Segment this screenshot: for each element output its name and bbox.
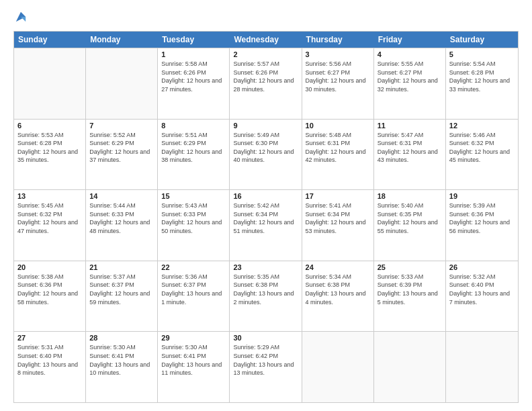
header-day-sunday: Sunday [14,32,86,48]
calendar-header: SundayMondayTuesdayWednesdayThursdayFrid… [14,32,518,48]
day-number: 28 [89,334,154,342]
calendar-cell: 16Sunrise: 5:42 AMSunset: 6:34 PMDayligh… [230,190,302,261]
day-info: Sunrise: 5:53 AMSunset: 6:28 PMDaylight:… [17,131,82,165]
calendar-cell: 27Sunrise: 5:31 AMSunset: 6:40 PMDayligh… [14,332,86,402]
calendar-cell: 29Sunrise: 5:30 AMSunset: 6:41 PMDayligh… [158,332,230,402]
header-day-thursday: Thursday [302,32,374,48]
calendar-cell [86,48,158,119]
calendar-cell: 2Sunrise: 5:57 AMSunset: 6:26 PMDaylight… [230,48,302,119]
calendar-cell: 28Sunrise: 5:30 AMSunset: 6:41 PMDayligh… [86,332,158,402]
day-info: Sunrise: 5:30 AMSunset: 6:41 PMDaylight:… [89,343,154,377]
day-number: 11 [378,122,442,130]
day-info: Sunrise: 5:57 AMSunset: 6:26 PMDaylight:… [233,60,298,93]
day-number: 25 [378,263,442,271]
calendar-cell: 12Sunrise: 5:46 AMSunset: 6:32 PMDayligh… [446,120,518,190]
day-info: Sunrise: 5:51 AMSunset: 6:29 PMDaylight:… [161,131,226,165]
day-number: 21 [89,263,154,271]
day-number: 13 [17,192,82,200]
day-info: Sunrise: 5:30 AMSunset: 6:41 PMDaylight:… [161,343,226,377]
header-day-monday: Monday [86,32,158,48]
calendar-cell: 26Sunrise: 5:32 AMSunset: 6:40 PMDayligh… [446,261,518,332]
day-number: 7 [89,122,154,130]
header-day-saturday: Saturday [446,32,518,48]
day-info: Sunrise: 5:45 AMSunset: 6:32 PMDaylight:… [17,201,82,235]
calendar-cell: 7Sunrise: 5:52 AMSunset: 6:29 PMDaylight… [86,120,158,190]
day-number: 19 [449,192,515,200]
day-info: Sunrise: 5:38 AMSunset: 6:36 PMDaylight:… [17,273,82,306]
day-number: 12 [449,122,515,130]
day-info: Sunrise: 5:32 AMSunset: 6:40 PMDaylight:… [449,273,515,306]
day-number: 15 [161,192,226,200]
calendar-week-1: 1Sunrise: 5:58 AMSunset: 6:26 PMDaylight… [14,48,518,119]
calendar-cell: 5Sunrise: 5:54 AMSunset: 6:28 PMDaylight… [446,48,518,119]
calendar-cell: 25Sunrise: 5:33 AMSunset: 6:39 PMDayligh… [374,261,446,332]
day-info: Sunrise: 5:36 AMSunset: 6:37 PMDaylight:… [161,273,226,306]
header-day-tuesday: Tuesday [158,32,230,48]
day-number: 9 [233,122,298,130]
day-number: 10 [306,122,370,130]
day-info: Sunrise: 5:47 AMSunset: 6:31 PMDaylight:… [378,131,442,165]
day-info: Sunrise: 5:35 AMSunset: 6:38 PMDaylight:… [233,273,298,306]
day-number: 30 [233,334,298,342]
header-day-friday: Friday [374,32,446,48]
calendar-cell [446,332,518,402]
day-number: 8 [161,122,226,130]
day-number: 22 [161,263,226,271]
calendar-cell: 15Sunrise: 5:43 AMSunset: 6:33 PMDayligh… [158,190,230,261]
day-info: Sunrise: 5:33 AMSunset: 6:39 PMDaylight:… [378,273,442,306]
page: SundayMondayTuesdayWednesdayThursdayFrid… [0,0,532,411]
day-number: 26 [449,263,515,271]
header [13,11,519,24]
day-number: 5 [449,50,515,58]
calendar-cell: 24Sunrise: 5:34 AMSunset: 6:38 PMDayligh… [302,261,374,332]
day-info: Sunrise: 5:48 AMSunset: 6:31 PMDaylight:… [306,131,370,165]
day-info: Sunrise: 5:39 AMSunset: 6:36 PMDaylight:… [449,201,515,235]
day-number: 2 [233,50,298,58]
day-number: 23 [233,263,298,271]
day-info: Sunrise: 5:56 AMSunset: 6:27 PMDaylight:… [306,60,370,93]
day-number: 24 [306,263,370,271]
svg-marker-1 [21,17,26,21]
day-info: Sunrise: 5:37 AMSunset: 6:37 PMDaylight:… [89,273,154,306]
day-number: 16 [233,192,298,200]
day-info: Sunrise: 5:42 AMSunset: 6:34 PMDaylight:… [233,201,298,235]
day-number: 18 [378,192,442,200]
calendar-cell: 23Sunrise: 5:35 AMSunset: 6:38 PMDayligh… [230,261,302,332]
calendar-cell: 21Sunrise: 5:37 AMSunset: 6:37 PMDayligh… [86,261,158,332]
calendar-cell: 1Sunrise: 5:58 AMSunset: 6:26 PMDaylight… [158,48,230,119]
calendar-cell [14,48,86,119]
day-info: Sunrise: 5:31 AMSunset: 6:40 PMDaylight:… [17,343,82,377]
calendar-cell: 14Sunrise: 5:44 AMSunset: 6:33 PMDayligh… [86,190,158,261]
day-number: 3 [306,50,370,58]
day-info: Sunrise: 5:49 AMSunset: 6:30 PMDaylight:… [233,131,298,165]
day-info: Sunrise: 5:41 AMSunset: 6:34 PMDaylight:… [306,201,370,235]
day-info: Sunrise: 5:40 AMSunset: 6:35 PMDaylight:… [378,201,442,235]
calendar-cell: 13Sunrise: 5:45 AMSunset: 6:32 PMDayligh… [14,190,86,261]
day-info: Sunrise: 5:43 AMSunset: 6:33 PMDaylight:… [161,201,226,235]
day-number: 17 [306,192,370,200]
day-number: 6 [17,122,82,130]
calendar-cell: 9Sunrise: 5:49 AMSunset: 6:30 PMDaylight… [230,120,302,190]
calendar-cell: 20Sunrise: 5:38 AMSunset: 6:36 PMDayligh… [14,261,86,332]
calendar-cell [302,332,374,402]
calendar-cell [374,332,446,402]
calendar-cell: 22Sunrise: 5:36 AMSunset: 6:37 PMDayligh… [158,261,230,332]
day-number: 14 [89,192,154,200]
logo-icon [15,11,27,23]
day-info: Sunrise: 5:46 AMSunset: 6:32 PMDaylight:… [449,131,515,165]
day-number: 20 [17,263,82,271]
day-info: Sunrise: 5:29 AMSunset: 6:42 PMDaylight:… [233,343,298,377]
day-info: Sunrise: 5:44 AMSunset: 6:33 PMDaylight:… [89,201,154,235]
calendar: SundayMondayTuesdayWednesdayThursdayFrid… [13,31,519,403]
day-number: 29 [161,334,226,342]
calendar-cell: 3Sunrise: 5:56 AMSunset: 6:27 PMDaylight… [302,48,374,119]
calendar-week-2: 6Sunrise: 5:53 AMSunset: 6:28 PMDaylight… [14,119,518,190]
calendar-cell: 18Sunrise: 5:40 AMSunset: 6:35 PMDayligh… [374,190,446,261]
calendar-body: 1Sunrise: 5:58 AMSunset: 6:26 PMDaylight… [14,48,518,402]
day-info: Sunrise: 5:58 AMSunset: 6:26 PMDaylight:… [161,60,226,93]
calendar-cell: 30Sunrise: 5:29 AMSunset: 6:42 PMDayligh… [230,332,302,402]
day-number: 1 [161,50,226,58]
day-number: 4 [378,50,442,58]
day-number: 27 [17,334,82,342]
calendar-cell: 10Sunrise: 5:48 AMSunset: 6:31 PMDayligh… [302,120,374,190]
